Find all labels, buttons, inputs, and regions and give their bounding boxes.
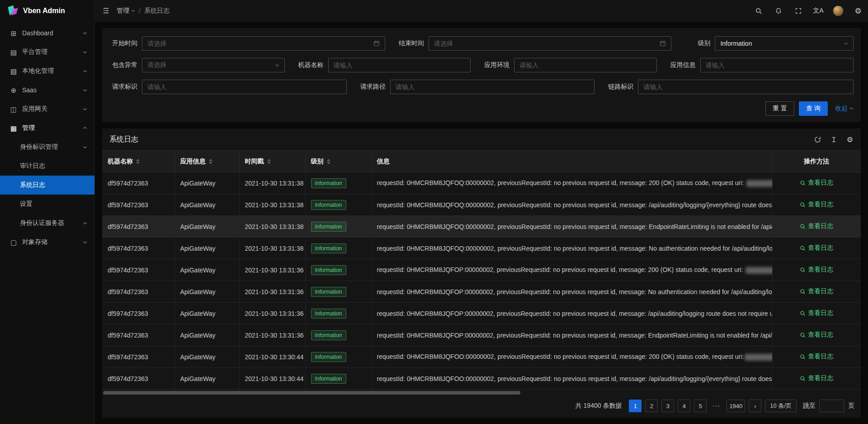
app-logo[interactable]: Vben Admin	[0, 0, 94, 22]
sidebar-item-settings[interactable]: 设置	[0, 195, 94, 214]
page-button-5[interactable]: 5	[694, 400, 707, 412]
start-time-date-control[interactable]	[142, 36, 385, 51]
view-log-button[interactable]: 查看日志	[800, 179, 833, 187]
reset-button[interactable]: 重 置	[765, 101, 794, 116]
table-row: df5974d72363ApiGateWay2021-10-30 13:31:3…	[102, 238, 861, 259]
jump-page-input[interactable]	[819, 400, 844, 412]
view-log-button[interactable]: 查看日志	[800, 353, 833, 361]
sidebar-item-audit-log[interactable]: 审计日志	[0, 157, 94, 176]
request-path-text-control[interactable]	[390, 80, 595, 94]
sidebar-item-saas[interactable]: ⊕Saas	[0, 81, 94, 100]
sidebar-item-localization[interactable]: ▧本地化管理	[0, 62, 94, 81]
column-height-icon[interactable]	[829, 135, 838, 144]
sidebar-item-identity-management[interactable]: 身份标识管理	[0, 138, 94, 157]
sort-icon[interactable]	[327, 159, 330, 164]
column-header-label: 级别	[311, 157, 324, 165]
cell-app-info: ApiGateWay	[175, 368, 239, 390]
page-button-1940[interactable]: 1940	[726, 400, 745, 412]
cell-level: Information	[305, 281, 371, 303]
translate-icon[interactable]: 文A	[808, 0, 828, 22]
machine-name-input[interactable]	[334, 62, 466, 69]
message-text: requestId: 0HMCRBM8JQFOQ:00000002, previ…	[377, 179, 746, 186]
fullscreen-icon[interactable]	[788, 0, 808, 22]
column-header-时间戳[interactable]: 时间戳	[239, 151, 305, 172]
end-time-input[interactable]	[434, 40, 656, 47]
trace-id-input[interactable]	[643, 83, 848, 91]
page-size-select[interactable]: 10 条/页	[765, 400, 797, 412]
message-text: requestId: 0HMCRBM8JQFOP:00000002, previ…	[377, 288, 773, 295]
sidebar-item-dashboard[interactable]: ⊞Dashboard	[0, 24, 94, 43]
view-log-button[interactable]: 查看日志	[800, 266, 833, 274]
notification-bell-icon[interactable]	[769, 0, 788, 22]
next-page-button[interactable]: ›	[749, 400, 761, 412]
end-time-date-control[interactable]	[429, 36, 672, 51]
view-log-button[interactable]: 查看日志	[800, 222, 833, 230]
view-log-button[interactable]: 查看日志	[800, 244, 833, 252]
filter-panel: 开始时间结束时间级别Information包含异常请选择机器名称应用环境应用信息…	[102, 28, 861, 122]
filter-field-request-path: 请求路径	[358, 80, 606, 94]
app-info-input[interactable]	[706, 62, 849, 69]
app-env-input[interactable]	[519, 62, 651, 69]
sort-icon[interactable]	[209, 159, 212, 164]
request-id-text-control[interactable]	[142, 80, 347, 94]
sidebar-item-platform[interactable]: ▤平台管理	[0, 43, 94, 62]
trace-id-text-control[interactable]	[638, 80, 854, 94]
avatar[interactable]	[828, 0, 848, 22]
sidebar-item-auth-server[interactable]: 身份认证服务器	[0, 214, 94, 233]
table-row: df5974d72363ApiGateWay2021-10-30 13:30:4…	[102, 368, 861, 390]
sidebar-item-system-log[interactable]: 系统日志	[0, 176, 94, 195]
collapse-toggle[interactable]: 收起	[835, 105, 854, 113]
app-info-text-control[interactable]	[700, 58, 854, 72]
gear-icon[interactable]: ⚙	[848, 0, 868, 22]
level-select-control[interactable]: Information	[715, 36, 854, 51]
cell-machine-name: df5974d72363	[102, 324, 175, 346]
page-button-2[interactable]: 2	[645, 400, 658, 412]
view-log-button[interactable]: 查看日志	[800, 374, 833, 382]
column-header-label: 机器名称	[108, 157, 133, 165]
cell-level: Information	[305, 324, 371, 346]
level-badge: Information	[311, 243, 346, 253]
filter-label-start-time: 开始时间	[109, 39, 142, 48]
magnifier-icon	[800, 310, 806, 316]
table-row: df5974d72363ApiGateWay2021-10-30 13:31:3…	[102, 303, 861, 324]
sort-icon[interactable]	[267, 159, 271, 164]
column-header-级别[interactable]: 级别	[305, 151, 371, 172]
column-header-应用信息[interactable]: 应用信息	[175, 151, 239, 172]
app-env-text-control[interactable]	[514, 58, 657, 72]
storage-icon: ▢	[9, 239, 18, 246]
select-value: 请选择	[147, 61, 271, 69]
cell-actions: 查看日志	[772, 238, 861, 259]
page-button-1[interactable]: 1	[629, 400, 642, 412]
message-text: requestId: 0HMCRBM8JQFOO:00000002, previ…	[377, 353, 744, 360]
query-button[interactable]: 查 询	[799, 101, 828, 116]
refresh-icon[interactable]	[813, 135, 822, 144]
cell-app-info: ApiGateWay	[175, 281, 239, 303]
magnifier-icon	[800, 267, 806, 273]
view-log-button[interactable]: 查看日志	[800, 287, 833, 295]
include-exception-select-control[interactable]: 请选择	[142, 58, 285, 72]
view-log-button[interactable]: 查看日志	[800, 309, 833, 317]
start-time-input[interactable]	[147, 40, 370, 47]
page-button-3[interactable]: 3	[661, 400, 674, 412]
sidebar-item-object-storage[interactable]: ▢对象存储	[0, 233, 94, 252]
sidebar-item-gateway[interactable]: ◫应用网关	[0, 100, 94, 119]
menu-fold-icon[interactable]	[95, 0, 117, 22]
sidebar-item-management[interactable]: ▦管理	[0, 119, 94, 138]
filter-label-trace-id: 链路标识	[605, 83, 638, 91]
search-icon[interactable]	[749, 0, 769, 22]
request-id-input[interactable]	[147, 83, 341, 91]
column-settings-icon[interactable]: ⚙	[845, 135, 854, 144]
machine-name-text-control[interactable]	[328, 58, 471, 72]
request-path-input[interactable]	[396, 83, 590, 91]
horizontal-scrollbar-thumb[interactable]	[103, 391, 520, 395]
page-ellipsis[interactable]: •••	[710, 400, 723, 412]
column-header-机器名称[interactable]: 机器名称	[102, 151, 175, 172]
cell-actions: 查看日志	[772, 303, 861, 324]
page-button-4[interactable]: 4	[678, 400, 690, 412]
view-log-button[interactable]: 查看日志	[800, 331, 833, 339]
chevron-up-icon	[849, 106, 854, 111]
view-log-button[interactable]: 查看日志	[800, 200, 833, 209]
breadcrumb-root[interactable]: 管理	[117, 7, 135, 15]
table-row: df5974d72363ApiGateWay2021-10-30 13:30:4…	[102, 346, 861, 368]
sort-icon[interactable]	[136, 159, 140, 164]
